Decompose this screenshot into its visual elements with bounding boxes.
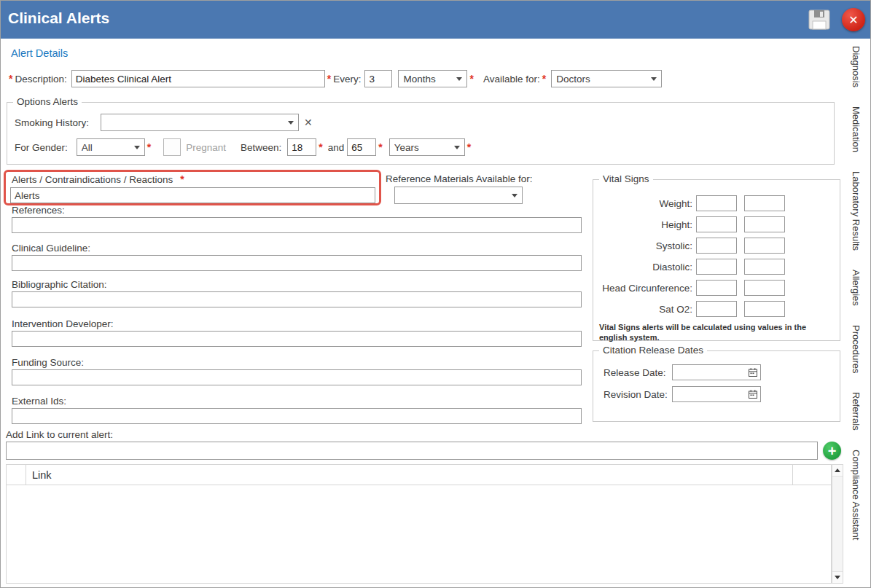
scroll-up-icon [835, 469, 840, 472]
age-unit-select[interactable]: Years [389, 138, 465, 156]
diastolic-min-input[interactable] [696, 259, 737, 275]
bibliographic-citation-input[interactable] [12, 291, 582, 307]
alerts-type-value: Alerts [15, 190, 40, 201]
titlebar: Clinical Alerts ✕ [1, 1, 870, 39]
head-circumference-max-input[interactable] [744, 280, 785, 296]
description-label: Description: [15, 74, 66, 85]
links-table-actions-column-header [793, 465, 831, 485]
links-table-selector-column-header [7, 465, 26, 485]
save-button[interactable] [806, 8, 832, 31]
add-link-label-row: Add Link to current alert: [6, 429, 113, 440]
required-asterisk: * [319, 141, 322, 153]
smoking-history-label: Smoking History: [15, 117, 89, 128]
head-circumference-label: Head Circunference: [598, 283, 692, 294]
required-asterisk: * [9, 73, 12, 85]
vital-signs-rows: Weight: Height: Systolic: Diastolic: [593, 180, 840, 317]
clinical-guideline-label: Clinical Guideline: [12, 243, 582, 254]
side-tab-medication[interactable]: Medication [851, 106, 862, 152]
clinical-guideline-input[interactable] [12, 255, 582, 271]
release-date-input[interactable] [672, 364, 761, 380]
scroll-down-button[interactable] [832, 571, 843, 583]
funding-source-input[interactable] [12, 369, 582, 385]
scroll-up-button[interactable] [832, 465, 843, 477]
systolic-min-input[interactable] [696, 238, 737, 254]
side-tab-allergies[interactable]: Allergies [851, 270, 862, 306]
weight-min-input[interactable] [696, 195, 737, 211]
age-max-input[interactable] [347, 138, 376, 156]
scroll-down-icon [835, 576, 840, 579]
external-ids-field: External Ids: [12, 396, 582, 424]
revision-date-label: Revision Date: [604, 389, 672, 400]
side-tab-laboratory-results[interactable]: Laboratory Results [851, 171, 862, 251]
for-gender-label: For Gender: [15, 142, 68, 153]
pregnant-checkbox[interactable] [163, 138, 181, 156]
vital-signs-group: Vital Signs Weight: Height: Systolic: [593, 179, 840, 341]
required-asterisk: * [378, 141, 382, 153]
main-content: Alert Details * Description: * Every: Mo… [1, 39, 843, 587]
options-alerts-group: Options Alerts Smoking History: ✕ For Ge… [7, 102, 835, 165]
systolic-row: Systolic: [598, 238, 835, 254]
every-unit-value: Months [403, 74, 452, 85]
diastolic-max-input[interactable] [744, 259, 785, 275]
height-label: Height: [598, 219, 692, 230]
sat-o2-max-input[interactable] [744, 301, 785, 317]
for-gender-value: All [82, 142, 130, 153]
intervention-developer-input[interactable] [12, 331, 582, 347]
alerts-type-select[interactable]: Alerts [10, 187, 375, 203]
options-alerts-legend: Options Alerts [13, 96, 82, 107]
side-tab-diagnosis[interactable]: Diagnosis [851, 46, 862, 87]
side-tab-compliance-assistant[interactable]: Compliance Assistant [851, 450, 862, 540]
description-input[interactable] [71, 70, 325, 87]
clear-icon[interactable]: ✕ [304, 117, 313, 128]
add-link-input[interactable] [6, 442, 818, 460]
weight-label: Weight: [598, 198, 692, 209]
add-link-label: Add Link to current alert: [6, 429, 113, 440]
weight-row: Weight: [598, 195, 835, 211]
available-for-label: Available for: [483, 74, 540, 85]
every-input[interactable] [364, 70, 392, 87]
revision-date-input[interactable] [672, 386, 761, 402]
required-asterisk: * [147, 141, 151, 153]
alerts-label-row: Alerts / Contraindications / Reactions * [12, 173, 187, 185]
smoking-history-select[interactable] [101, 114, 299, 131]
systolic-max-input[interactable] [744, 238, 785, 254]
links-table-scrollbar[interactable] [832, 464, 843, 584]
clinical-guideline-field: Clinical Guideline: [12, 243, 582, 271]
references-input[interactable] [12, 217, 582, 233]
intervention-developer-field: Intervention Developer: [12, 318, 582, 347]
height-min-input[interactable] [696, 216, 737, 232]
between-label: Between: [241, 142, 281, 153]
dropdown-arrow-icon [454, 146, 460, 149]
age-min-input[interactable] [287, 138, 316, 156]
references-label: References: [12, 205, 582, 216]
every-unit-select[interactable]: Months [398, 70, 467, 87]
external-ids-input[interactable] [12, 408, 582, 424]
calendar-icon[interactable] [748, 367, 758, 377]
references-field: References: [12, 205, 582, 233]
links-table-header: Link [7, 465, 831, 485]
available-for-select[interactable]: Doctors [551, 70, 662, 87]
clinical-alerts-window: Clinical Alerts ✕ Diagnosis Medication L… [0, 0, 871, 588]
side-tab-procedures[interactable]: Procedures [851, 325, 862, 373]
reference-materials-select[interactable] [394, 187, 523, 204]
weight-max-input[interactable] [744, 195, 785, 211]
bibliographic-citation-label: Bibliographic Citation: [12, 279, 582, 290]
external-ids-label: External Ids: [12, 396, 582, 407]
height-max-input[interactable] [744, 216, 785, 232]
plus-icon: + [828, 444, 837, 458]
systolic-label: Systolic: [598, 240, 692, 251]
side-tab-referrals[interactable]: Referrals [851, 392, 862, 431]
dropdown-arrow-icon [288, 121, 294, 125]
age-unit-value: Years [394, 142, 450, 153]
alert-details-link[interactable]: Alert Details [11, 47, 68, 59]
close-button[interactable]: ✕ [842, 8, 865, 31]
calendar-icon[interactable] [748, 389, 758, 399]
diastolic-row: Diastolic: [598, 259, 835, 275]
for-gender-select[interactable]: All [77, 138, 145, 156]
vital-signs-note: Vital Signs alerts will be calculated us… [599, 322, 834, 343]
head-circumference-min-input[interactable] [696, 280, 737, 296]
close-icon: ✕ [848, 13, 858, 27]
sat-o2-min-input[interactable] [696, 301, 737, 317]
add-link-button[interactable]: + [823, 442, 841, 460]
side-tab-strip: Diagnosis Medication Laboratory Results … [841, 39, 870, 587]
